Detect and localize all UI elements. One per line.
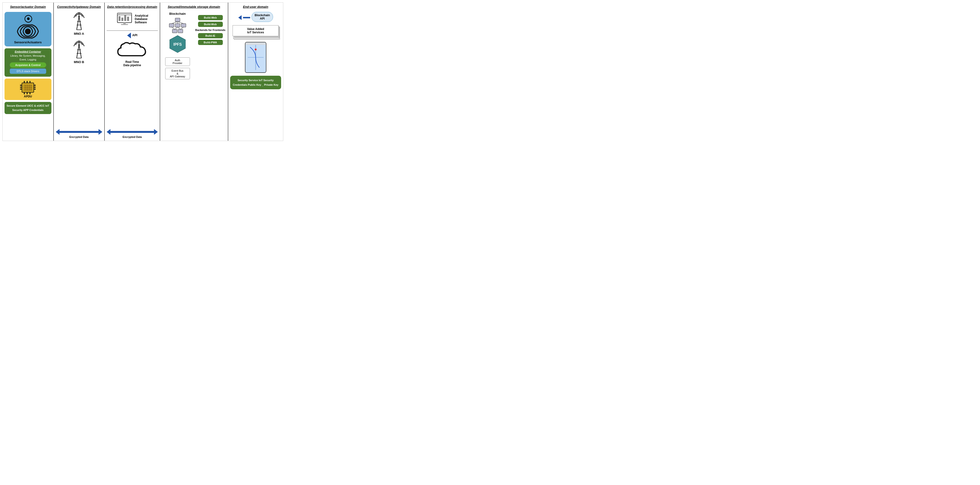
retention-arrow-shaft [110,131,154,133]
svg-rect-2 [24,85,32,91]
divider [107,30,158,31]
cloud-area: Real-Time Data pipeline [117,40,148,67]
svg-rect-11 [20,89,22,89]
sensor-box: ⦿ Sensors/Actuators [5,12,51,46]
build-pwa-btn[interactable]: Build-PWA [198,40,223,45]
secured-left-col: Blockchain [162,12,193,80]
ipfs-icon: IPFS [169,35,186,54]
blockchain-api-shaft [243,17,250,18]
sensor-domain-title: Sensor/actuator Domain [10,5,46,9]
blockchain-label: Blockchain [169,12,186,16]
phone-screen [245,42,266,72]
svg-rect-44 [175,18,180,22]
cloud-label: Real-Time Data pipeline [117,60,148,67]
retention-arrow-head-left-icon [107,129,110,135]
svg-rect-63 [245,42,266,45]
svg-rect-18 [24,92,25,94]
svg-rect-9 [20,85,22,86]
db-box: </> Analytical Database Software [107,12,158,26]
value-added-box: Value Added IoT Services [232,25,278,36]
tower-b-icon [72,40,86,59]
retention-domain: Data retention/processing domain </> Ana… [105,3,160,141]
db-label: Analytical Database Software [135,14,148,24]
apdu-label: APDU [6,95,49,98]
sensor-waves-svg [16,24,40,38]
conn-encrypted-label: Encrypted Data [56,135,103,138]
svg-line-50 [172,22,178,24]
api-arrow-left-icon [127,33,131,38]
svg-line-22 [79,17,81,30]
conn-encrypted-arrow: Encrypted Data [56,127,103,138]
arrow-head-right-icon [99,129,102,135]
build-mob-btn[interactable]: Build-Mob [198,22,223,27]
svg-line-52 [178,22,183,24]
svg-rect-13 [34,87,36,87]
arrow-head-left-icon [56,129,59,135]
retention-bottom: Encrypted Data [107,129,158,138]
enduser-domain: End-user domain Blockchain API Value Add… [228,3,283,141]
arrow-shaft [59,131,99,133]
secured-right-col: Build-Web Build-Mob Backends for Fronten… [195,12,226,80]
svg-line-56 [180,27,183,29]
architecture-diagram: Sensor/actuator Domain ⦿ Sensors/Actuato… [2,2,283,141]
blockchain-api-area: Blockchain API [230,12,281,23]
secure-element-box: Secure Element UICC & eUICC IoT Security… [5,102,51,114]
secured-content: Blockchain [162,12,226,80]
blockchain-api-arrow-left-icon [238,15,242,20]
sensor-domain: Sensor/actuator Domain ⦿ Sensors/Actuato… [3,3,54,141]
mno-b-row: MNO B [56,40,103,64]
connectivity-domain-title: Connectivity/gateway Domain [57,5,101,9]
svg-rect-43 [121,24,128,25]
build-web-btn[interactable]: Build-Web [198,15,223,20]
embedded-container-box: Embedded Container Library, file System,… [5,48,51,77]
svg-rect-47 [181,24,186,27]
mno-a-row: MNO A [56,12,103,35]
map-screen-icon [245,42,266,73]
sensor-waves-icon: ⦿ [7,14,49,24]
secured-domain-title: Secured/immutable storage domain [167,5,220,9]
sensor-label: Sensors/Actuators [7,40,49,44]
api-area: API [107,33,158,38]
svg-line-54 [175,27,178,29]
connectivity-domain: Connectivity/gateway Domain MNO A [54,3,105,141]
db-software-icon: </> [116,12,133,26]
build-ie-btn[interactable]: Build-IE [198,33,223,38]
svg-rect-20 [30,92,30,94]
svg-rect-45 [169,24,174,27]
mno-b-label: MNO B [74,60,84,64]
ipfs-area: IPFS [169,35,186,55]
svg-point-0 [25,29,31,34]
embedded-text: Library, file System, Messaging, Event, … [6,54,49,62]
svg-rect-12 [34,85,36,86]
svg-rect-10 [20,87,22,87]
chip-icon [19,81,36,95]
cloud-icon [117,40,148,59]
api-label: API [132,33,138,37]
svg-rect-40 [124,15,126,21]
svg-rect-41 [127,17,129,21]
svg-rect-39 [121,17,123,21]
phone-mockup [245,42,266,73]
secure-text: Secure Element UICC & eUICC IoT Security… [6,104,49,112]
svg-line-28 [76,45,79,58]
secured-domain: Secured/immutable storage domain Blockch… [160,3,228,141]
svg-text:</>: </> [118,14,120,15]
svg-rect-17 [30,81,30,83]
svg-rect-42 [123,22,126,24]
svg-line-29 [79,45,81,58]
dtls-btn: DTLS stack Drivers [10,68,46,74]
backends-label: Backends for Frontends [195,29,226,32]
retention-domain-title: Data retention/processing domain [107,5,157,9]
blockchain-icon [168,17,187,33]
svg-rect-48 [172,29,177,33]
security-text: Security Service IoT Security Credential… [232,78,279,87]
svg-rect-46 [175,24,180,27]
retention-arrow [107,129,158,135]
svg-text:IPFS: IPFS [173,42,182,46]
svg-rect-14 [34,89,36,89]
svg-point-27 [78,16,80,17]
acquisition-btn: Acquision & Control [10,62,46,68]
svg-rect-38 [119,16,121,21]
enduser-domain-title: End-user domain [243,5,268,9]
svg-line-21 [76,17,79,30]
